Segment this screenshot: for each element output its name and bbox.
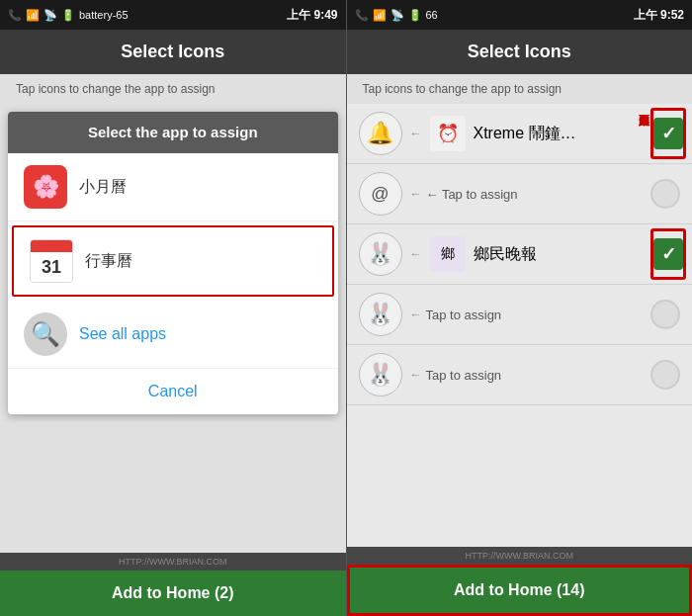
left-title: Select Icons (16, 42, 330, 62)
left-dialog-overlay: Select the app to assign 🌸 小月曆 31 行事曆 (0, 104, 346, 422)
left-bg-area: HTTP://WWW.BRIAN.COM (0, 422, 346, 571)
list-item-at[interactable]: @ ← ← Tap to assign (347, 164, 693, 224)
check-at[interactable] (650, 179, 680, 209)
wifi-icon: 📡 (43, 9, 57, 22)
watermark-text-left: HTTP://WWW.BRIAN.COM (8, 557, 338, 567)
battery-icon: 🔋 (61, 9, 75, 22)
bunny2-tap-label: ← Tap to assign (410, 308, 681, 322)
alarm-app-name: Xtreme 鬧鐘… (474, 124, 681, 144)
bunny1-label: 鄉民晚報 (474, 245, 537, 262)
bunny1-arrow: ← (410, 247, 422, 261)
bunny2-assign: ← Tap to assign (410, 308, 681, 322)
right-phone-panel: 📞 📶 📡 🔋 66 上午 9:52 Select Icons Tap icon… (347, 0, 693, 616)
status-icons-left: 📞 📶 📡 🔋 battery-65 (8, 9, 129, 22)
right-status-time: 上午 9:52 (634, 7, 684, 24)
watermark-left: HTTP://WWW.BRIAN.COM (0, 553, 346, 571)
watermark-right: HTTP://WWW.BRIAN.COM (347, 547, 693, 565)
right-status-icons: 📞 📶 📡 🔋 66 (355, 9, 438, 22)
app-item-calendar[interactable]: 31 行事曆 (12, 225, 334, 297)
right-add-home-button: Add to Home (14) (454, 581, 584, 598)
bunny3-tap-label: ← Tap to assign (410, 368, 681, 383)
list-item-bunny2[interactable]: 🐰 ← Tap to assign (347, 285, 693, 345)
calendar-app-icon: 31 (30, 239, 73, 283)
alarm-arrow: ← (410, 127, 422, 140)
at-icon: @ (359, 172, 402, 216)
alarm-label: Xtreme 鬧鐘… (474, 125, 576, 141)
right-battery-level: 66 (426, 9, 438, 21)
check-alarm (653, 118, 683, 149)
left-status-time: 上午 9:49 (287, 7, 337, 24)
alarm-placeholder-icon: 🔔 (359, 112, 402, 155)
flower-app-icon: 🌸 (24, 165, 67, 209)
app-item-calendar-name: 行事曆 (85, 251, 132, 272)
right-title-bar: Select Icons (347, 30, 693, 74)
right-screen: Select Icons Tap icons to change the app… (347, 30, 693, 565)
bunny3-tap-assign: Tap to assign (426, 368, 502, 383)
search-icon: 🔍 (24, 312, 67, 356)
bunny1-placeholder-icon: 🐰 (359, 232, 402, 276)
left-status-bar: 📞 📶 📡 🔋 battery-65 上午 9:49 (0, 0, 346, 30)
signal-icon: 📶 (26, 9, 40, 22)
right-phone-icon: 📞 (355, 9, 369, 22)
left-screen: Select Icons Tap icons to change the app… (0, 30, 346, 571)
left-subtitle: Tap icons to change the app to assign (0, 74, 346, 104)
dialog-header-text: Select the app to assign (88, 124, 258, 140)
see-all-apps-item[interactable]: 🔍 See all apps (8, 301, 338, 369)
at-tap-label: ← Tap to assign (426, 187, 518, 202)
check-border-alarm (650, 108, 686, 159)
right-wifi-icon: 📡 (390, 9, 404, 22)
cancel-button[interactable]: Cancel (8, 369, 338, 414)
bunny2-icon: 🐰 (359, 293, 402, 336)
check-bunny1 (653, 238, 683, 270)
right-subtitle: Tap icons to change the app to assign (347, 74, 693, 104)
right-title: Select Icons (363, 42, 677, 62)
alarm-app-icon: ⏰ (430, 116, 466, 151)
check-bunny2[interactable] (650, 300, 680, 329)
app-select-dialog: Select the app to assign 🌸 小月曆 31 行事曆 (8, 112, 338, 414)
bunny1-app-name: 鄉民晚報 (474, 244, 681, 265)
watermark-text-right: HTTP://WWW.BRIAN.COM (355, 551, 685, 561)
see-all-label: See all apps (79, 325, 166, 343)
right-status-bar: 📞 📶 📡 🔋 66 上午 9:52 (347, 0, 693, 30)
xiangmin-icon: 鄉 (430, 236, 466, 272)
phone-icon: 📞 (8, 9, 22, 22)
list-item-alarm[interactable]: 🔔 ← ⏰ Xtreme 鬧鐘… 勾選加入桌面 (347, 104, 693, 164)
dialog-header: Select the app to assign (8, 112, 338, 153)
right-battery-icon: 🔋 (408, 9, 422, 22)
bunny2-tap-assign: Tap to assign (426, 308, 502, 322)
bunny3-icon: 🐰 (359, 353, 402, 396)
check-bunny3[interactable] (650, 360, 680, 390)
battery-level: battery-65 (79, 9, 129, 21)
cancel-text: Cancel (148, 383, 198, 399)
cal-date: 31 (31, 252, 72, 282)
left-phone-panel: 📞 📶 📡 🔋 battery-65 上午 9:49 Select Icons … (0, 0, 346, 616)
left-title-bar: Select Icons (0, 30, 346, 74)
list-item-bunny1[interactable]: 🐰 ← 鄉 鄉民晚報 (347, 224, 693, 285)
cal-top-bar (31, 240, 72, 252)
right-bottom-bar[interactable]: Add to Home (14) (347, 565, 693, 616)
left-bottom-bar[interactable]: Add to Home (2) (0, 571, 346, 616)
app-list: 🔔 ← ⏰ Xtreme 鬧鐘… 勾選加入桌面 @ ← ← Tap to ass… (347, 104, 693, 547)
at-tap-assign-label: ← ← Tap to assign (410, 187, 681, 202)
check-border-bunny1 (650, 228, 686, 280)
app-item-flower-name: 小月曆 (79, 177, 127, 198)
at-app-assign: ← ← Tap to assign (410, 187, 681, 202)
bunny3-assign: ← Tap to assign (410, 368, 681, 383)
list-item-bunny3[interactable]: 🐰 ← Tap to assign (347, 345, 693, 405)
right-signal-icon: 📶 (373, 9, 387, 22)
app-item-flower[interactable]: 🌸 小月曆 (8, 153, 338, 221)
left-add-home-button: Add to Home (2) (112, 584, 234, 601)
